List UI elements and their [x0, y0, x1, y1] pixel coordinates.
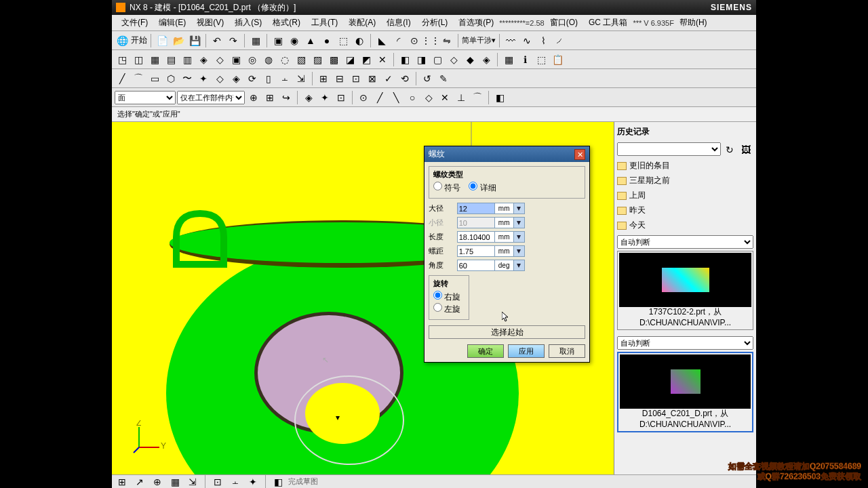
selection-scope-dropdown[interactable]: 仅在工作部件内部	[177, 91, 245, 104]
menu-gctool[interactable]: GC 工具箱	[583, 17, 633, 28]
menu-preferences[interactable]: 首选项(P)	[453, 17, 499, 28]
radio-right-hand[interactable]: 右旋	[433, 291, 465, 303]
t2-19-icon[interactable]: ◨	[414, 52, 429, 67]
t3-16-icon[interactable]: ⊠	[365, 71, 380, 86]
t2-16-icon[interactable]: ◩	[359, 52, 374, 67]
folder-threeweeks[interactable]: 三星期之前	[617, 174, 753, 187]
revolve-icon[interactable]: ◐	[352, 33, 367, 48]
bb-06-icon[interactable]: ⊡	[210, 474, 225, 489]
angle-input[interactable]	[457, 260, 495, 271]
snap-quad-icon[interactable]: ◇	[421, 90, 436, 105]
menu-format[interactable]: 格式(R)	[267, 17, 306, 28]
t3-12-icon[interactable]: ⇲	[294, 71, 309, 86]
t3-07-icon[interactable]: ◇	[212, 71, 227, 86]
selection-type-dropdown[interactable]: 面	[115, 91, 176, 104]
menu-tools[interactable]: 工具(T)	[306, 17, 343, 28]
menu-analysis[interactable]: 分析(L)	[416, 17, 454, 28]
dialog-titlebar[interactable]: 螺纹 ✕	[425, 146, 589, 162]
t2-14-icon[interactable]: ▩	[326, 52, 341, 67]
t4-01-icon[interactable]: ⊕	[246, 90, 261, 105]
bb-01-icon[interactable]: ⊞	[115, 474, 130, 489]
t4-03-icon[interactable]: ↪	[279, 90, 294, 105]
curve3-icon[interactable]: ⌇	[536, 33, 551, 48]
t3-09-icon[interactable]: ⟳	[245, 71, 260, 86]
snap-center-icon[interactable]: ○	[405, 90, 420, 105]
undo-icon[interactable]: ↶	[210, 33, 224, 48]
cancel-button[interactable]: 取消	[549, 344, 585, 358]
t2-26-icon[interactable]: ⬚	[534, 52, 549, 67]
apply-button[interactable]: 应用	[508, 344, 545, 358]
folder-lastweek[interactable]: 上周	[617, 189, 753, 202]
t2-24-icon[interactable]: ▦	[501, 52, 516, 67]
cylinder-icon[interactable]: ◉	[287, 33, 302, 48]
point-icon[interactable]: ✦	[196, 71, 211, 86]
t2-15-icon[interactable]: ◪	[342, 52, 357, 67]
t3-10-icon[interactable]: ▯	[261, 71, 276, 86]
t2-18-icon[interactable]: ◧	[397, 52, 412, 67]
t3-18-icon[interactable]: ⟲	[397, 71, 412, 86]
folder-today[interactable]: 今天	[617, 219, 753, 232]
new-icon[interactable]: 📄	[155, 33, 170, 48]
snap-tan-icon[interactable]: ⌒	[470, 90, 485, 105]
radio-detail[interactable]: 详细	[469, 182, 496, 194]
open-icon[interactable]: 📂	[171, 33, 186, 48]
dd-icon[interactable]: ▾	[514, 260, 525, 271]
t2-04-icon[interactable]: ▤	[163, 52, 178, 67]
t2-01-icon[interactable]: ◳	[115, 52, 130, 67]
t2-21-icon[interactable]: ◇	[446, 52, 461, 67]
t3-08-icon[interactable]: ◈	[229, 71, 243, 86]
t2-07-icon[interactable]: ◇	[212, 52, 227, 67]
t3-14-icon[interactable]: ⊟	[332, 71, 347, 86]
bb-09-icon[interactable]: ◧	[271, 474, 285, 489]
t2-09-icon[interactable]: ◎	[245, 52, 260, 67]
t4-07-icon[interactable]: ⊙	[356, 90, 371, 105]
simple-interfere[interactable]: 简单干涉▾	[462, 35, 496, 45]
dd-icon[interactable]: ▾	[514, 203, 525, 214]
bb-07-icon[interactable]: ⫠	[228, 474, 243, 489]
history-item-2[interactable]: D1064_C201_D.prt，从 D:\CHUAN\CHUAN\VIP...	[617, 352, 753, 432]
snap-perp-icon[interactable]: ⊥	[454, 90, 469, 105]
t3-11-icon[interactable]: ⫠	[277, 71, 292, 86]
t4-04-icon[interactable]: ◈	[301, 90, 316, 105]
t2-02-icon[interactable]: ◫	[131, 52, 146, 67]
line-icon[interactable]: ╱	[115, 71, 130, 86]
dd-icon[interactable]: ▾	[514, 231, 525, 243]
t2-10-icon[interactable]: ◍	[261, 52, 276, 67]
t4-06-icon[interactable]: ⊡	[334, 90, 349, 105]
t3-20-icon[interactable]: ✎	[436, 71, 451, 86]
pitch-input[interactable]	[457, 245, 495, 257]
snap-mid-icon[interactable]: ╲	[389, 90, 403, 105]
bb-05-icon[interactable]: ⇲	[185, 474, 200, 489]
bb-02-icon[interactable]: ↗	[132, 474, 147, 489]
t2-05-icon[interactable]: ▥	[180, 52, 195, 67]
radio-left-hand[interactable]: 左旋	[433, 303, 465, 315]
chamfer-icon[interactable]: ◣	[374, 33, 389, 48]
t4-05-icon[interactable]: ✦	[317, 90, 332, 105]
history-filter2-dropdown[interactable]: 自动判断	[617, 336, 753, 350]
t4-02-icon[interactable]: ⊞	[262, 90, 277, 105]
length-input[interactable]	[457, 231, 495, 243]
history-search-dropdown[interactable]	[617, 142, 721, 156]
folder-older[interactable]: 更旧的条目	[617, 159, 753, 172]
block-icon[interactable]: ▣	[271, 33, 285, 48]
menu-edit[interactable]: 编辑(E)	[153, 17, 191, 28]
folder-yesterday[interactable]: 昨天	[617, 204, 753, 217]
poly-icon[interactable]: ⬡	[163, 71, 178, 86]
menu-file[interactable]: 文件(F)	[116, 17, 153, 28]
t2-22-icon[interactable]: ◆	[462, 52, 477, 67]
history-item-1[interactable]: 1737C102-2.prt，从 D:\CHUAN\CHUAN\VIP...	[617, 251, 753, 330]
t2-11-icon[interactable]: ◌	[277, 52, 292, 67]
t2-03-icon[interactable]: ▦	[147, 52, 162, 67]
refresh-icon[interactable]: ↻	[722, 142, 737, 157]
mirror-icon[interactable]: ⇋	[439, 33, 454, 48]
snap-end-icon[interactable]: ╱	[372, 90, 387, 105]
menu-information[interactable]: 信息(I)	[381, 17, 416, 28]
close-icon[interactable]: ✕	[574, 149, 585, 160]
t2-20-icon[interactable]: ▢	[430, 52, 445, 67]
menu-window[interactable]: 窗口(O)	[545, 17, 583, 28]
extrude-icon[interactable]: ⬚	[336, 33, 351, 48]
ok-button[interactable]: 确定	[467, 344, 504, 358]
arc-icon[interactable]: ⌒	[131, 71, 146, 86]
curve4-icon[interactable]: ⟋	[552, 33, 567, 48]
t2-17-icon[interactable]: ✕	[375, 52, 390, 67]
